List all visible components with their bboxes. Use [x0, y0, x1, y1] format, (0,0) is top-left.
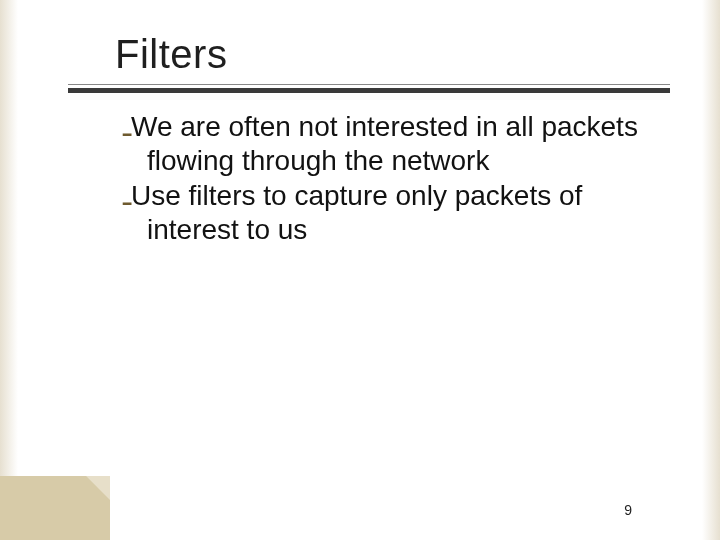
- bullet-text: We are often not interested in all packe…: [131, 111, 638, 176]
- bullet-text: Use filters to capture only packets of i…: [131, 180, 582, 245]
- bullet-item: ـWe are often not interested in all pack…: [123, 110, 640, 177]
- rule-thin: [68, 84, 670, 85]
- bullet-list: ـWe are often not interested in all pack…: [123, 110, 640, 248]
- bullet-marker-icon: ـ: [123, 180, 131, 211]
- title-rule: [68, 84, 670, 93]
- corner-accent-icon: [0, 476, 110, 540]
- page-number: 9: [624, 502, 632, 518]
- slide: Filters ـWe are often not interested in …: [0, 0, 720, 540]
- bullet-marker-icon: ـ: [123, 111, 131, 142]
- slide-title: Filters: [115, 32, 227, 77]
- bullet-item: ـUse filters to capture only packets of …: [123, 179, 640, 246]
- edge-gradient-right: [702, 0, 720, 540]
- edge-gradient-left: [0, 0, 18, 540]
- rule-thick: [68, 88, 670, 93]
